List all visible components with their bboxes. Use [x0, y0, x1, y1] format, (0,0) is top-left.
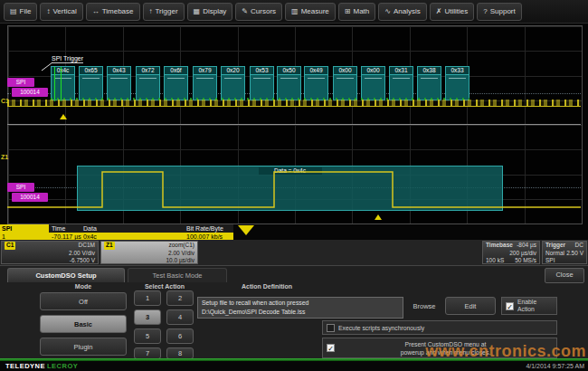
trigger-descriptor[interactable]: TriggerDC Normal2.50 V SPI [542, 241, 587, 264]
enable-action-checkbox[interactable]: ✓ EnableAction [501, 297, 557, 315]
trigger-title: Trigger [545, 242, 565, 250]
decode-byte-box: 0x53 [250, 66, 274, 100]
spi-flag-zoom[interactable]: SPI [7, 183, 34, 192]
menu-analysis[interactable]: ∿Analysis [378, 3, 427, 21]
timebase-offset: -804 µs [517, 242, 536, 250]
mosi-line [421, 78, 438, 79]
zoom-position-marker [375, 214, 382, 220]
menu-cursors[interactable]: ✎Cursors [235, 3, 282, 21]
decode-byte-label: 0x53 [251, 67, 273, 75]
trigger-point-line [61, 67, 62, 101]
action-button-2[interactable]: 2 [166, 290, 194, 306]
decode-byte-label: 0x72 [137, 67, 159, 75]
c1-trace-label: C1 [1, 98, 9, 104]
z1-time: 10.0 µs/div [166, 257, 194, 265]
menu-math[interactable]: ⊞Math [338, 3, 376, 21]
menu-file[interactable]: ▤File [4, 3, 37, 21]
measure-icon: ▥ [291, 7, 299, 15]
action-button-5[interactable]: 5 [134, 328, 161, 344]
execute-scripts-checkbox[interactable]: Execute scripts asynchronously [322, 320, 557, 335]
mode-header: Mode [40, 283, 127, 290]
decode-byte-box: 0x65 [79, 66, 103, 100]
mosi-line [308, 78, 325, 79]
c1-descriptor[interactable]: C1DC1M 2.00 V/div -6.7500 V [1, 241, 99, 264]
timebase-descriptor[interactable]: Timebase-804 µs 200 µs/div 100 kS50 MS/s [482, 241, 540, 264]
timebase-samples: 100 kS [486, 257, 504, 265]
timebase-scale: 200 µs/div [509, 250, 536, 258]
edit-button[interactable]: Edit [445, 297, 496, 315]
execute-scripts-check-icon[interactable] [327, 324, 335, 332]
menu-timebase[interactable]: ↔Timebase [86, 3, 140, 21]
mosi-line [393, 78, 410, 79]
decode-byte-label: 0x43 [108, 67, 130, 75]
menu-file-label: File [20, 7, 32, 15]
spi-rate-flag-zoom[interactable]: 100014 [12, 193, 48, 202]
decode-byte-label: 0x31 [390, 67, 413, 75]
decode-byte-label: 0x20 [222, 67, 244, 75]
menu-math-label: Math [353, 7, 369, 15]
menu-display[interactable]: ▦Display [187, 3, 233, 21]
decode-byte-label: 0x38 [418, 67, 441, 75]
browse-button[interactable]: Browse [407, 302, 441, 310]
decode-byte-box: 0x20 [221, 66, 245, 100]
menu-utilities[interactable]: ✗Utilities [430, 3, 474, 21]
c1-badge: C1 [5, 242, 15, 250]
trigger-coupling: DC [575, 242, 583, 250]
mosi-line [224, 78, 242, 79]
timebase-icon: ↔ [92, 7, 100, 15]
tab-test-basic-mode[interactable]: Test Basic Mode [128, 268, 227, 282]
analysis-icon: ∿ [384, 7, 391, 15]
z1-descriptor[interactable]: Z1zoom(C1) 2.00 V/div 10.0 µs/div [100, 241, 198, 264]
tab-customdso-setup[interactable]: CustomDSO Setup [7, 268, 125, 282]
timebase-rate: 50 MS/s [515, 257, 536, 265]
menu-analysis-label: Analysis [394, 7, 421, 15]
action-button-1[interactable]: 1 [134, 290, 161, 306]
mode-off-button[interactable]: Off [40, 292, 127, 310]
spi-rate-flag[interactable]: 100014 [12, 88, 48, 97]
enable-action-check-icon[interactable]: ✓ [506, 302, 514, 310]
file-icon: ▤ [10, 7, 17, 15]
mosi-line [337, 78, 354, 79]
timebase-title: Timebase [486, 242, 513, 250]
menu-support[interactable]: ?Support [477, 3, 521, 21]
decode-byte-box: 0x43 [107, 66, 131, 100]
trigger-level: 2.50 V [566, 250, 583, 258]
action-button-3[interactable]: 3 [134, 309, 161, 325]
decode-byte-label: 0x6f [165, 67, 187, 75]
action-button-6[interactable]: 6 [166, 328, 194, 344]
action-button-4[interactable]: 4 [166, 309, 194, 325]
utilities-icon: ✗ [436, 7, 442, 15]
spi-trigger-label: SPI Trigger [52, 55, 83, 63]
menu-utilities-label: Utilities [444, 7, 468, 15]
brand-lecroy: LECROY [47, 361, 78, 371]
present-menu-check-icon[interactable]: ✓ [327, 344, 335, 352]
table-expand-arrow[interactable] [238, 225, 254, 235]
close-button[interactable]: Close [545, 268, 584, 283]
decode-byte-label: 0x65 [80, 67, 102, 75]
decode-byte-box: 0x49 [304, 66, 328, 100]
spi-flag[interactable]: SPI [7, 78, 34, 87]
menu-trigger[interactable]: ↑Trigger [143, 3, 185, 21]
grid-separator [7, 124, 581, 125]
decode-byte-label: 0x50 [278, 67, 300, 75]
mode-basic-button[interactable]: Basic [40, 315, 127, 333]
decode-protocol-cell: SPI [0, 224, 49, 233]
mosi-line [139, 78, 156, 79]
decode-table-header: SPI Time Data Bit Rate/Byte [0, 224, 233, 233]
setup-file-hint: Setup file to recall when action pressed [202, 299, 399, 308]
menu-vertical[interactable]: ↕Vertical [40, 3, 82, 21]
decode-byte-label: 0x33 [446, 67, 469, 75]
menu-bar: ▤File ↕Vertical ↔Timebase ↑Trigger ▦Disp… [0, 0, 588, 24]
setup-file-field[interactable]: Setup file to recall when action pressed… [197, 297, 403, 319]
mosi-line [110, 78, 128, 79]
menu-measure[interactable]: ▥Measure [285, 3, 336, 21]
brand-teledyne: TELEDYNE [5, 361, 45, 371]
decode-byte-label: 0x00 [334, 67, 356, 75]
menu-display-label: Display [203, 7, 226, 15]
oscilloscope-screen: ▤File ↕Vertical ↔Timebase ↑Trigger ▦Disp… [0, 0, 588, 371]
trigger-mode: Normal [545, 250, 564, 258]
menu-trigger-label: Trigger [156, 7, 178, 15]
mosi-line [280, 78, 298, 79]
mode-plugin-button[interactable]: Plugin [40, 338, 127, 356]
execute-scripts-label: Execute scripts asynchronously [338, 325, 424, 331]
